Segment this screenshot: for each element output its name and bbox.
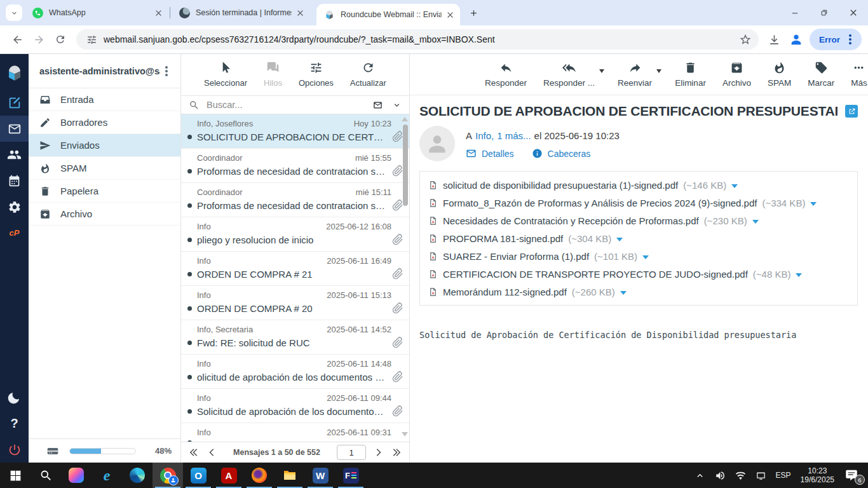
attachment-item[interactable]: solicitud de disponibilidad presupuestar…: [428, 176, 738, 194]
attachment-item[interactable]: Formato_8_Razón de Proformas y Análisis …: [428, 194, 817, 212]
message-row[interactable]: Info2025-06-12 16:08 pliego y resolucion…: [181, 217, 409, 252]
tab-close-icon[interactable]: [295, 8, 305, 18]
select-button[interactable]: Seleccionar: [204, 61, 247, 88]
attachment-menu-caret[interactable]: [616, 238, 623, 241]
taskbar-word-button[interactable]: W: [305, 463, 336, 488]
volume-icon[interactable]: [715, 470, 726, 481]
sidebar-item-papelera[interactable]: Papelera: [29, 180, 180, 203]
attachment-item[interactable]: Memorándum 112-signed.pdf (~260 KB): [428, 283, 627, 301]
message-row[interactable]: Info2025-06-11 16:49 ORDEN DE COMPRA # 2…: [181, 252, 409, 286]
browser-profile-button[interactable]: [785, 29, 807, 50]
taskbar-chrome-button[interactable]: [153, 463, 183, 488]
display-connect-icon[interactable]: [756, 470, 766, 481]
message-row[interactable]: Info2025-06-11 09:44 Solicitud de aproba…: [181, 389, 409, 423]
taskbar-fapp-button[interactable]: F: [336, 463, 366, 488]
rail-compose-button[interactable]: [0, 90, 29, 116]
previous-page-button[interactable]: [207, 447, 217, 458]
tab-close-icon[interactable]: [154, 8, 163, 18]
reload-button[interactable]: [50, 29, 71, 50]
search-input[interactable]: [205, 99, 366, 111]
taskbar-acrobat-button[interactable]: A: [214, 463, 244, 488]
spam-button[interactable]: SPAM: [768, 61, 791, 88]
rail-contacts-button[interactable]: [0, 142, 29, 168]
forward-button[interactable]: Reenviar: [618, 61, 652, 88]
recipient-more-link[interactable]: 1 más...: [497, 130, 531, 141]
attachment-menu-caret[interactable]: [810, 202, 817, 206]
rail-cpanel-button[interactable]: cP: [0, 220, 29, 246]
rail-mail-button[interactable]: [0, 116, 29, 142]
attachment-menu-caret[interactable]: [642, 255, 649, 259]
open-in-new-window-button[interactable]: [845, 105, 858, 118]
scrollbar-down-arrow[interactable]: [402, 432, 408, 437]
details-toggle[interactable]: Detalles: [466, 148, 514, 159]
url-bar[interactable]: webmail.sanjuan.gob.ec/cpsess7632716124/…: [76, 29, 759, 50]
taskbar-firefox-button[interactable]: [244, 463, 275, 488]
browser-menu-button[interactable]: [844, 33, 857, 46]
search-scope-icon[interactable]: [372, 100, 384, 110]
tab-roundcube-active[interactable]: Roundcube Webmail :: Enviados: [316, 4, 460, 25]
message-row[interactable]: Info2025-06-11 15:13 ORDEN DE COMPRA # 2…: [181, 286, 409, 320]
message-row[interactable]: Info2025-06-11 14:48 olicitud de aprobac…: [181, 355, 409, 389]
attachment-item[interactable]: SUAREZ - Enviar Proforma (1).pdf (~101 K…: [428, 247, 649, 265]
archive-button[interactable]: Archivo: [722, 61, 751, 88]
dropdown-caret[interactable]: [656, 69, 661, 73]
rail-calendar-button[interactable]: [0, 168, 29, 194]
rail-darkmode-button[interactable]: [0, 384, 29, 410]
window-minimize-button[interactable]: [780, 0, 810, 25]
first-page-button[interactable]: [189, 447, 199, 458]
sidebar-item-entrada[interactable]: Entrada: [29, 88, 180, 111]
search-options-chevron-icon[interactable]: [392, 100, 402, 110]
wifi-icon[interactable]: [735, 470, 746, 481]
dropdown-caret[interactable]: [599, 69, 604, 73]
tab-close-icon[interactable]: [445, 10, 455, 20]
taskbar-search-button[interactable]: [31, 463, 61, 488]
headers-toggle[interactable]: Cabeceras: [532, 148, 591, 159]
tab-search-button[interactable]: [6, 4, 22, 21]
roundcube-logo[interactable]: [0, 57, 29, 90]
attachment-item[interactable]: Necesidades de Contratación y Recepción …: [428, 212, 759, 229]
message-row[interactable]: Info, Secretaria2025-06-11 14:52 Fwd: RE…: [181, 320, 409, 355]
attachment-menu-caret[interactable]: [752, 220, 759, 224]
account-header[interactable]: asistente-administrativo@sa...: [29, 54, 180, 88]
sidebar-item-enviados[interactable]: Enviados: [29, 134, 180, 157]
rail-help-button[interactable]: ?: [0, 410, 29, 437]
downloads-button[interactable]: [764, 29, 785, 50]
back-button[interactable]: [6, 29, 28, 50]
attachment-item[interactable]: PROFORMA 181-signed.pdf (~304 KB): [428, 229, 623, 247]
taskbar-internet-explorer-button[interactable]: e: [92, 463, 122, 488]
options-button[interactable]: Opciones: [299, 61, 334, 88]
language-indicator[interactable]: ESP: [776, 471, 791, 480]
account-menu-button[interactable]: [160, 65, 173, 78]
profile-error-chip[interactable]: Error: [810, 29, 862, 50]
reply-all-button[interactable]: Responder ...: [543, 61, 595, 88]
recipient-link[interactable]: Info,: [475, 130, 494, 141]
bookmark-star-icon[interactable]: [740, 34, 751, 45]
reply-button[interactable]: Responder: [485, 61, 527, 88]
forward-button[interactable]: [28, 29, 50, 50]
more-button[interactable]: Más: [851, 61, 867, 88]
taskbar-edge-button[interactable]: [122, 463, 153, 488]
delete-button[interactable]: Eliminar: [675, 61, 706, 88]
page-number-input[interactable]: [337, 445, 366, 460]
notification-center-button[interactable]: 6: [844, 468, 860, 482]
attachment-menu-caret[interactable]: [620, 291, 627, 295]
mark-button[interactable]: Marcar: [808, 61, 834, 88]
message-row[interactable]: Info2025-06-11 09:31: [181, 423, 409, 442]
rail-logout-button[interactable]: [0, 437, 29, 463]
refresh-button[interactable]: Actualizar: [350, 61, 386, 88]
sidebar-item-archivo[interactable]: Archivo: [29, 203, 180, 226]
sidebar-item-borradores[interactable]: Borradores: [29, 111, 180, 134]
message-row[interactable]: Info, JosefloresHoy 10:23 SOLICITUD DE A…: [181, 114, 409, 149]
next-page-button[interactable]: [374, 447, 384, 458]
attachment-menu-caret[interactable]: [796, 273, 802, 277]
taskbar-outlook-button[interactable]: O: [183, 463, 214, 488]
scrollbar-up-arrow[interactable]: [402, 117, 408, 121]
last-page-button[interactable]: [391, 447, 402, 458]
rail-settings-button[interactable]: [0, 194, 29, 220]
sidebar-item-spam[interactable]: SPAM: [29, 157, 180, 180]
window-restore-button[interactable]: [810, 0, 839, 25]
message-row[interactable]: Coordinadormié 15:11 Proformas de necesi…: [181, 183, 409, 217]
tab-whatsapp[interactable]: WhatsApp: [25, 0, 168, 25]
threads-button[interactable]: Hilos: [264, 61, 282, 88]
tray-chevron-up-icon[interactable]: [695, 470, 705, 481]
